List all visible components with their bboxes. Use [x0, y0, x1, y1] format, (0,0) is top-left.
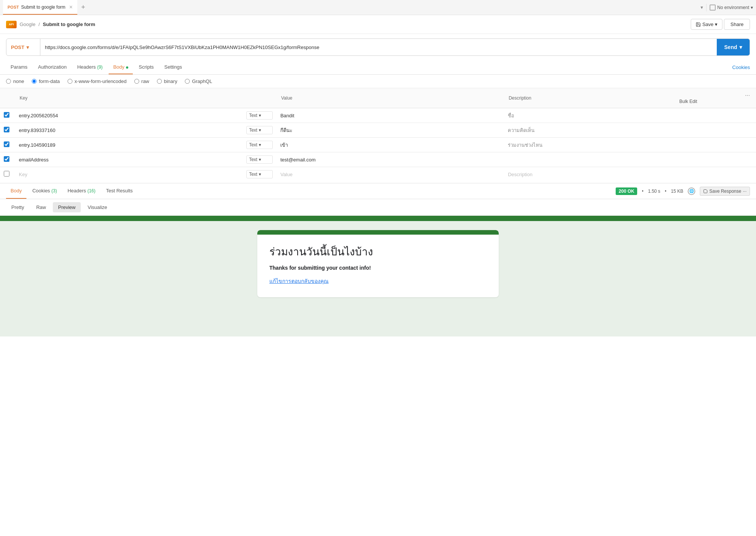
row1-actions [675, 108, 756, 123]
row2-type-chevron: ▾ [259, 127, 261, 133]
resp-subtab-raw[interactable]: Raw [31, 202, 51, 212]
tab-scripts[interactable]: Scripts [134, 60, 158, 74]
tab-headers[interactable]: Headers (9) [73, 60, 107, 74]
empty-type-dropdown[interactable]: Text ▾ [246, 170, 273, 178]
breadcrumb-actions: Save ▾ Share [691, 19, 750, 30]
row1-key: entry.2005620554 [19, 113, 58, 118]
share-label: Share [730, 22, 744, 27]
tab-title: Submit to google form [21, 5, 65, 10]
chevron-down-icon[interactable]: ▾ [701, 5, 703, 10]
tab-body[interactable]: Body [109, 60, 133, 74]
option-graphql[interactable]: GraphQL [185, 78, 212, 84]
send-button[interactable]: Send ▾ [717, 39, 750, 55]
row3-checkbox[interactable] [4, 141, 9, 147]
response-tabs-bar: Body Cookies (3) Headers (16) Test Resul… [0, 183, 756, 199]
row4-checkbox[interactable] [4, 156, 9, 162]
empty-desc: Description [508, 172, 532, 177]
row1-value-cell: Bandit [277, 108, 504, 123]
method-label: POST [11, 45, 24, 50]
row3-type-dropdown[interactable]: Text ▾ [246, 141, 273, 149]
option-form-data[interactable]: form-data [32, 78, 60, 84]
preview-form-card: ร่วมงานวันนี้เป็นไงบ้าง Thanks for submi… [257, 230, 499, 297]
row1-desc-cell: ชื่อ [504, 108, 675, 123]
environment-selector[interactable]: No environment ▾ [710, 5, 753, 11]
row4-actions [675, 152, 756, 167]
body-options: none form-data x-www-form-urlencoded raw… [0, 75, 756, 88]
empty-value: Value [280, 172, 292, 177]
tab-method: POST [8, 5, 19, 9]
tab-authorization[interactable]: Authorization [34, 60, 71, 74]
bulk-edit-button[interactable]: Bulk Edit [679, 99, 751, 104]
row3-actions [675, 138, 756, 152]
send-label: Send [724, 44, 737, 50]
col-checkbox [0, 88, 15, 108]
row1-description: ชื่อ [508, 113, 514, 118]
more-options-icon[interactable]: ··· [745, 92, 750, 98]
preview-card-header-bar [257, 230, 499, 235]
option-none[interactable]: none [6, 78, 24, 84]
row1-checkbox-cell [0, 108, 15, 123]
row2-checkbox[interactable] [4, 127, 9, 132]
preview-edit-link[interactable]: แก้ไขการตอบกลับของคุณ [269, 278, 329, 284]
save-resp-more-icon[interactable]: ··· [743, 189, 747, 194]
save-chevron-icon: ▾ [715, 22, 718, 27]
empty-row-checkbox[interactable] [4, 171, 9, 177]
resp-tab-cookies[interactable]: Cookies (3) [28, 183, 61, 199]
method-selector[interactable]: POST ▾ [6, 39, 40, 55]
form-data-table-container: Key Value Description ··· Bulk Edit entr… [0, 88, 756, 181]
row2-value: กีดีนะ [280, 127, 292, 133]
active-tab[interactable]: POST Submit to google form ✕ [3, 0, 77, 15]
resp-subtab-visualize[interactable]: Visualize [82, 202, 112, 212]
resp-subtab-pretty[interactable]: Pretty [6, 202, 29, 212]
row4-type-dropdown[interactable]: Text ▾ [246, 155, 273, 164]
resp-tab-headers[interactable]: Headers (16) [63, 183, 100, 199]
save-response-label: Save Response [709, 189, 741, 194]
tab-params[interactable]: Params [6, 60, 32, 74]
resp-tab-test-results[interactable]: Test Results [101, 183, 137, 199]
col-key: Key [15, 88, 243, 108]
row2-type: Text [249, 127, 257, 133]
option-raw[interactable]: raw [134, 78, 149, 84]
option-binary[interactable]: binary [157, 78, 177, 84]
resp-tab-body[interactable]: Body [6, 183, 26, 199]
breadcrumb-parent[interactable]: Google [20, 22, 35, 27]
tab-bar: POST Submit to google form ✕ + ▾ No envi… [0, 0, 756, 15]
status-ok-badge: 200 OK [616, 187, 637, 195]
url-bar: POST ▾ Send ▾ [6, 38, 750, 56]
share-button[interactable]: Share [724, 19, 750, 30]
preview-card-body: ร่วมงานวันนี้เป็นไงบ้าง Thanks for submi… [257, 235, 499, 297]
add-tab-button[interactable]: + [77, 3, 89, 11]
row3-type: Text [249, 142, 257, 147]
preview-subtitle: Thanks for submitting your contact info! [269, 265, 487, 271]
row2-key: entry.839337160 [19, 127, 55, 133]
response-size: 15 KB [671, 189, 684, 194]
breadcrumb-separator: / [38, 22, 40, 27]
option-urlencoded[interactable]: x-www-form-urlencoded [68, 78, 127, 84]
table-row: entry.104590189 Text ▾ เข้า ร่วมงานช่วงไ… [0, 138, 756, 152]
col-type [243, 88, 277, 108]
empty-row-actions [675, 167, 756, 182]
request-tabs: Params Authorization Headers (9) Body Sc… [0, 60, 756, 75]
row1-checkbox[interactable] [4, 112, 9, 118]
row2-type-dropdown[interactable]: Text ▾ [246, 126, 273, 134]
cookies-link[interactable]: Cookies [732, 65, 750, 70]
save-response-button[interactable]: Save Response ··· [700, 187, 750, 196]
environment-label: No environment [717, 5, 749, 10]
tab-settings[interactable]: Settings [160, 60, 187, 74]
env-chevron-icon: ▾ [751, 5, 753, 10]
save-label: Save [702, 22, 714, 27]
save-button[interactable]: Save ▾ [691, 19, 723, 30]
tab-bar-right: ▾ No environment ▾ [701, 4, 753, 11]
url-input[interactable] [40, 39, 717, 55]
resp-subtab-preview[interactable]: Preview [53, 202, 81, 212]
form-table: Key Value Description ··· Bulk Edit entr… [0, 88, 756, 181]
preview-title: ร่วมงานวันนี้เป็นไงบ้าง [269, 245, 487, 259]
row2-description: ความคิดเห็น [508, 127, 535, 133]
row1-type-dropdown[interactable]: Text ▾ [246, 111, 273, 120]
dot-separator2: • [665, 189, 666, 194]
row1-type: Text [249, 113, 257, 118]
app-icon: API [6, 21, 17, 28]
tab-close-icon[interactable]: ✕ [69, 5, 73, 10]
globe-icon[interactable]: 🌐 [688, 187, 695, 195]
row3-key: entry.104590189 [19, 142, 55, 148]
